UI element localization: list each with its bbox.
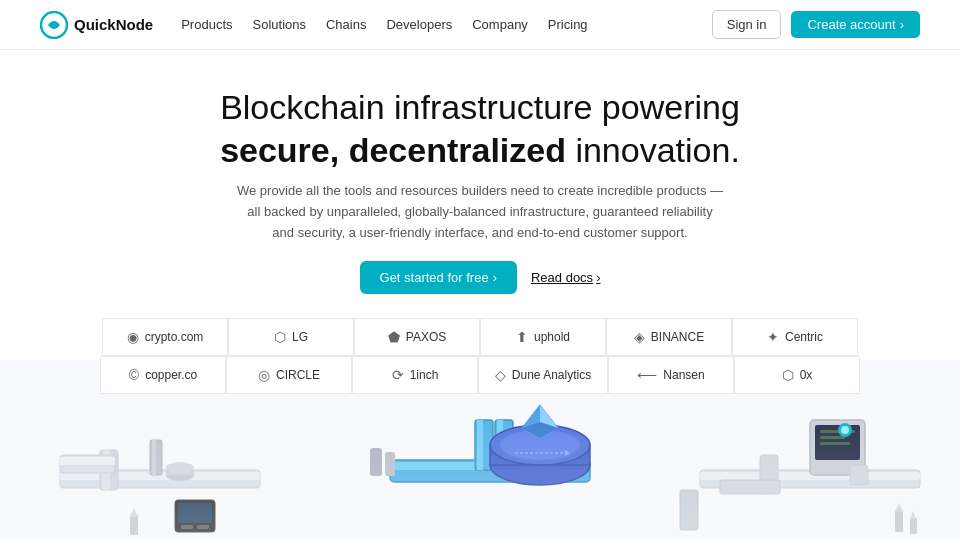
logo-symbol-icon: ⬡ [782,367,794,383]
nav-solutions[interactable]: Solutions [253,17,306,32]
logos-row-2: ©copper.co◎CIRCLE⟳1inch◇Dune Analytics⟵N… [100,356,860,394]
nav-chains[interactable]: Chains [326,17,366,32]
partner-logos: ◉crypto.com⬡LG⬟PAXOS⬆uphold◈BINANCE✦Cent… [100,318,860,394]
logo-label: Dune Analytics [512,368,591,382]
nav-developers[interactable]: Developers [386,17,452,32]
nav-company[interactable]: Company [472,17,528,32]
logo-card: ◉crypto.com [102,318,228,356]
logo-label: uphold [534,330,570,344]
logo-symbol-icon: ◎ [258,367,270,383]
nav-products[interactable]: Products [181,17,232,32]
logo-symbol-icon: ⟳ [392,367,404,383]
navbar: QuickNode Products Solutions Chains Deve… [0,0,960,50]
logo-card: ⬟PAXOS [354,318,480,356]
hero-title: Blockchain infrastructure powering secur… [20,86,940,171]
nav-links: Products Solutions Chains Developers Com… [181,17,712,32]
logo-label: Centric [785,330,823,344]
logo-symbol-icon: ⬡ [274,329,286,345]
logo-card: ◇Dune Analytics [478,356,608,394]
logo-symbol-icon: ⬟ [388,329,400,345]
hero-buttons: Get started for free › Read docs › [20,261,940,294]
logo-card: ©copper.co [100,356,226,394]
read-docs-button[interactable]: Read docs › [531,270,601,285]
logo-label: LG [292,330,308,344]
logo-symbol-icon: ◉ [127,329,139,345]
logo-card: ⟵Nansen [608,356,734,394]
logo-label: CIRCLE [276,368,320,382]
logo[interactable]: QuickNode [40,11,153,39]
logo-card: ✦Centric [732,318,858,356]
logos-row-1: ◉crypto.com⬡LG⬟PAXOS⬆uphold◈BINANCE✦Cent… [100,318,860,356]
logo-card: ⟳1inch [352,356,478,394]
get-started-button[interactable]: Get started for free › [360,261,517,294]
hero-subtitle: We provide all the tools and resources b… [235,181,725,243]
logo-card: ⬆uphold [480,318,606,356]
logo-icon [40,11,68,39]
logo-card: ⬡LG [228,318,354,356]
logo-symbol-icon: © [129,367,139,383]
logo-label: crypto.com [145,330,204,344]
signin-button[interactable]: Sign in [712,10,782,39]
logo-text: QuickNode [74,16,153,33]
logo-symbol-icon: ⟵ [637,367,657,383]
nav-pricing[interactable]: Pricing [548,17,588,32]
logo-symbol-icon: ◇ [495,367,506,383]
logo-label: copper.co [145,368,197,382]
logo-symbol-icon: ⬆ [516,329,528,345]
nav-actions: Sign in Create account › [712,10,920,39]
logo-card: ◎CIRCLE [226,356,352,394]
logo-label: 1inch [410,368,439,382]
create-account-button[interactable]: Create account › [791,11,920,38]
hero-section: Blockchain infrastructure powering secur… [0,50,960,410]
logo-label: PAXOS [406,330,446,344]
logo-symbol-icon: ✦ [767,329,779,345]
logo-symbol-icon: ◈ [634,329,645,345]
logo-card: ⬡0x [734,356,860,394]
logo-label: BINANCE [651,330,704,344]
logo-label: Nansen [663,368,704,382]
logo-label: 0x [800,368,813,382]
logo-card: ◈BINANCE [606,318,732,356]
